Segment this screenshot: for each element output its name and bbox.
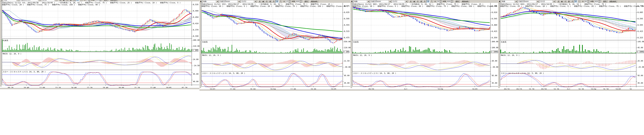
horizontal-scrollbar[interactable]: [498, 89, 644, 91]
bar-count-spinner[interactable]: 600: [447, 0, 453, 3]
price-chart-canvas[interactable]: [500, 3, 644, 88]
timeframe-button-6[interactable]: 分: [76, 0, 79, 1]
bar-count-label: 本数: [590, 0, 594, 3]
timeframe-button-4[interactable]: 週: [567, 0, 570, 3]
spinner-icon[interactable]: [288, 0, 290, 3]
symbol-dropdown-arrow-icon[interactable]: ▼: [389, 0, 392, 3]
period-spinner[interactable]: 15: [286, 0, 291, 3]
market-dropdown-arrow-icon[interactable]: ▼: [216, 0, 219, 3]
macd-axis-label: 25.00: [638, 60, 643, 62]
timeframe-button-5[interactable]: 月: [423, 0, 426, 3]
symbol-dropdown[interactable]: 日経225mini: [518, 0, 536, 3]
horizontal-scrollbar[interactable]: [200, 89, 350, 91]
period-spinner[interactable]: 5: [86, 0, 90, 1]
bar-count-spinner[interactable]: 600: [594, 0, 601, 3]
timeframe-button-3[interactable]: 日: [265, 0, 268, 3]
symbol-dropdown-arrow-icon[interactable]: ▼: [238, 0, 240, 3]
timeframe-button-1[interactable]: 定: [409, 0, 412, 3]
multi-symbol-button[interactable]: 複数銘柄: [310, 0, 318, 3]
spinner-icon[interactable]: [451, 0, 453, 3]
contract-dropdown[interactable]: 11/12: [540, 0, 553, 3]
timeframe-button-2[interactable]: ▦: [412, 0, 416, 3]
timeframe-button-4[interactable]: 週: [420, 0, 423, 3]
bar-count-spinner[interactable]: 600: [95, 0, 102, 1]
period-spinner[interactable]: 30: [437, 0, 442, 3]
panel-menu-button[interactable]: ▼: [350, 0, 353, 3]
symbol-dropdown[interactable]: 日経225mini: [370, 0, 389, 3]
spinner-icon[interactable]: [99, 0, 101, 1]
spinner-icon[interactable]: [598, 0, 600, 3]
vertical-scrollbar[interactable]: [498, 3, 500, 88]
bar-count-label: 本数: [442, 0, 446, 3]
timeframe-button-1[interactable]: 定: [58, 0, 62, 1]
timeframe-button-4[interactable]: 週: [69, 0, 72, 1]
panel-menu-button[interactable]: ▼: [0, 0, 3, 1]
timeframe-button-6[interactable]: 分: [276, 0, 279, 3]
multi-symbol-button[interactable]: 複数銘柄: [110, 0, 118, 1]
timeframe-button-6[interactable]: 分: [574, 0, 578, 3]
market-dropdown-arrow-icon[interactable]: ▼: [515, 0, 518, 3]
market-dropdown[interactable]: 先物: [3, 0, 17, 1]
multi-symbol-button[interactable]: 複数銘柄: [461, 0, 469, 3]
timeframe-button-3[interactable]: 日: [564, 0, 567, 3]
period-spinner[interactable]: 60: [584, 0, 590, 3]
apply-button[interactable]: 適用: [602, 0, 607, 3]
panel-menu-button[interactable]: ▼: [200, 0, 202, 3]
timeframe-button-5[interactable]: 月: [570, 0, 574, 3]
horizontal-scrollbar[interactable]: [350, 89, 498, 91]
volume-multiplier-box: × 100: [192, 49, 198, 52]
vertical-scrollbar[interactable]: [200, 3, 201, 88]
timeframe-button-7[interactable]: T: [80, 0, 82, 1]
price-chart-canvas[interactable]: [352, 3, 498, 88]
market-dropdown[interactable]: 先物: [354, 0, 367, 3]
timeframe-button-5[interactable]: 月: [72, 0, 76, 1]
timeframe-button-3[interactable]: 日: [416, 0, 419, 3]
spinner-icon[interactable]: [587, 0, 589, 3]
contract-dropdown-arrow-icon[interactable]: ▼: [55, 0, 57, 1]
timeframe-button-6[interactable]: 分: [426, 0, 430, 3]
price-axis-label: 8,415: [638, 30, 643, 32]
symbol-dropdown-arrow-icon[interactable]: ▼: [38, 0, 41, 1]
timeframe-button-1[interactable]: 定: [258, 0, 262, 3]
timeframe-button-2[interactable]: ▦: [62, 0, 65, 1]
timeframe-button-2[interactable]: ▦: [262, 0, 265, 3]
price-chart-canvas[interactable]: [201, 3, 350, 88]
apply-button[interactable]: 適用: [103, 0, 108, 1]
timeframe-button-1[interactable]: 定: [557, 0, 560, 3]
apply-button[interactable]: 適用: [304, 0, 308, 3]
apply-button[interactable]: 適用: [454, 0, 460, 3]
symbol-dropdown[interactable]: 日経225mini: [20, 0, 38, 1]
timeframe-button-4[interactable]: 週: [268, 0, 272, 3]
contract-dropdown[interactable]: 11/12: [392, 0, 405, 3]
timeframe-button-7[interactable]: T: [279, 0, 282, 3]
market-dropdown[interactable]: 先物: [501, 0, 515, 3]
symbol-dropdown-arrow-icon[interactable]: ▼: [536, 0, 539, 3]
timeframe-button-3[interactable]: 日: [66, 0, 69, 1]
contract-dropdown-arrow-icon[interactable]: ▼: [553, 0, 556, 3]
price-axis-label: 8,350: [492, 37, 497, 39]
spinner-icon[interactable]: [440, 0, 442, 3]
contract-dropdown[interactable]: 11/12: [41, 0, 54, 1]
timeframe-button-5[interactable]: 月: [272, 0, 275, 3]
macd-pane-label: MACD( 12, 26, 9 ): [202, 54, 221, 56]
bar-count-spinner[interactable]: 600: [296, 0, 302, 3]
spinner-icon[interactable]: [300, 0, 302, 3]
contract-dropdown[interactable]: 11/12: [241, 0, 254, 3]
timeframe-button-7[interactable]: T: [578, 0, 580, 3]
timeframe-button-2[interactable]: ▦: [560, 0, 564, 3]
volume-multiplier-box: × 1000: [491, 51, 498, 53]
timeframe-button-7[interactable]: T: [430, 0, 432, 3]
market-dropdown-arrow-icon[interactable]: ▼: [367, 0, 370, 3]
symbol-dropdown[interactable]: 日経225mini: [219, 0, 238, 3]
spinner-icon[interactable]: [88, 0, 90, 1]
price-chart-canvas[interactable]: [2, 1, 199, 86]
market-dropdown-arrow-icon[interactable]: ▼: [17, 0, 19, 1]
vertical-scrollbar[interactable]: [350, 3, 352, 88]
contract-dropdown-arrow-icon[interactable]: ▼: [405, 0, 408, 3]
horizontal-scrollbar[interactable]: [0, 88, 200, 89]
vertical-scrollbar[interactable]: [0, 1, 2, 87]
market-dropdown[interactable]: 先物: [202, 0, 216, 3]
contract-dropdown-arrow-icon[interactable]: ▼: [254, 0, 257, 3]
multi-symbol-button[interactable]: 複数銘柄: [608, 0, 617, 3]
panel-menu-button[interactable]: ▼: [498, 0, 501, 3]
